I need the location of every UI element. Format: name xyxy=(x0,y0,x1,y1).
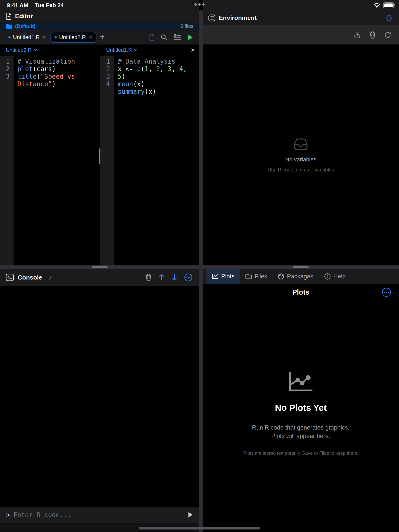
code-line[interactable]: 2x <- c(1, 2, 3, 4, xyxy=(100,65,199,73)
format-list-icon[interactable] xyxy=(173,34,181,41)
multitasking-handle-icon[interactable] xyxy=(195,3,204,6)
line-number xyxy=(100,88,114,95)
history-up-icon[interactable] xyxy=(159,274,165,281)
clear-environment-trash-icon[interactable] xyxy=(369,31,376,39)
list-icon xyxy=(208,14,215,21)
unsaved-dot xyxy=(55,36,57,38)
workspace-bar[interactable]: (Default) 0 files xyxy=(0,22,199,31)
no-plots-line2: Plots will appear here. xyxy=(271,433,330,439)
terminal-icon xyxy=(6,274,14,281)
code-text: Distance") xyxy=(13,80,56,88)
tab-files[interactable]: Files xyxy=(240,269,272,284)
editor-console-divider[interactable] xyxy=(0,266,199,269)
status-right xyxy=(374,0,394,10)
console-more-icon[interactable] xyxy=(184,273,192,281)
console-input[interactable]: > Enter R code... xyxy=(0,507,199,523)
line-number: 3 xyxy=(0,73,13,80)
console-placeholder: Enter R code... xyxy=(13,511,71,519)
new-tab-button[interactable]: + xyxy=(100,32,105,41)
code-line[interactable]: 35) xyxy=(100,73,199,80)
environment-panel: Environment ⚙ xyxy=(203,10,399,532)
close-tab-icon[interactable]: ✕ xyxy=(43,35,46,40)
run-icon[interactable] xyxy=(187,34,193,41)
pane-resize-handle[interactable] xyxy=(99,148,100,164)
console-output[interactable] xyxy=(0,286,199,507)
help-icon: ? xyxy=(324,273,331,280)
folder-icon xyxy=(6,24,12,29)
code-text: # Data Analysis xyxy=(114,58,175,65)
code-line[interactable]: 4mean(x) xyxy=(100,80,199,88)
editor-panel: Editor (Default) 0 files Untitled1.R ✕ U… xyxy=(0,10,199,532)
package-icon xyxy=(278,273,284,280)
code-line[interactable]: 2plot(cars) xyxy=(0,65,100,73)
line-chart-icon xyxy=(288,372,313,393)
chart-icon xyxy=(212,273,218,279)
environment-plots-divider[interactable] xyxy=(203,266,399,269)
environment-title: Environment xyxy=(219,14,257,21)
tab-label: Files xyxy=(255,273,267,280)
no-variables-title: No variables xyxy=(285,156,316,163)
svg-text:?: ? xyxy=(326,274,329,278)
line-number: 1 xyxy=(0,58,13,65)
tab-untitled2-active[interactable]: Untitled2.R ✕ xyxy=(51,32,97,43)
code-editor-untitled1[interactable]: 1# Data Analysis2x <- c(1, 2, 3, 4,35)4m… xyxy=(100,56,199,266)
code-text: x <- c(1, 2, 3, 4, xyxy=(114,65,187,73)
code-line[interactable]: 3title("Speed vs xyxy=(0,73,100,80)
tab-help[interactable]: ? Help xyxy=(319,269,351,284)
console-header: Console ~/ xyxy=(0,269,199,286)
environment-header: Environment ⚙ xyxy=(203,10,399,25)
plots-title: Plots xyxy=(292,288,309,296)
no-variables-subtitle: Run R code to create variables xyxy=(267,167,334,173)
tab-label: Untitled1.R xyxy=(13,34,40,40)
clear-console-trash-icon[interactable] xyxy=(145,274,152,281)
tab-packages[interactable]: Packages xyxy=(272,269,319,284)
line-number: 4 xyxy=(100,80,114,88)
editor-split: Untitled2.R 1# Visualization2plot(cars)3… xyxy=(0,44,199,266)
no-plots-note: Plots are stored temporarily. Save to Fi… xyxy=(243,450,358,456)
drag-pill[interactable] xyxy=(92,266,108,268)
drag-pill[interactable] xyxy=(293,266,309,268)
run-code-icon[interactable] xyxy=(188,512,193,518)
plots-more-icon[interactable] xyxy=(382,288,391,297)
code-text: 5) xyxy=(114,73,126,80)
chevron-down-icon xyxy=(134,49,137,51)
line-number: 2 xyxy=(0,65,13,73)
panel-split-divider[interactable] xyxy=(199,10,203,532)
line-number: 3 xyxy=(100,73,114,80)
workspace-name: (Default) xyxy=(15,23,35,29)
new-file-icon[interactable] xyxy=(149,34,154,41)
close-pane-icon[interactable]: ✕ xyxy=(191,47,195,53)
editor-actions xyxy=(149,34,195,41)
code-line[interactable]: 1# Data Analysis xyxy=(100,58,199,65)
history-down-icon[interactable] xyxy=(171,274,177,281)
pane-filename: Untitled2.R xyxy=(6,47,32,53)
console-prompt: > xyxy=(6,511,10,519)
panel-tab-bar: Plots Files Packages ? Help xyxy=(203,269,399,284)
pane-header-untitled1[interactable]: Untitled1.R ✕ xyxy=(100,44,199,56)
environment-body: No variables Run R code to create variab… xyxy=(203,44,399,266)
code-line[interactable]: 1# Visualization xyxy=(0,58,100,65)
editor-tab-bar: Untitled1.R ✕ Untitled2.R ✕ + xyxy=(0,31,199,44)
tab-label: Packages xyxy=(287,273,313,280)
pane-header-untitled2[interactable]: Untitled2.R xyxy=(0,44,100,56)
gear-icon[interactable]: ⚙ xyxy=(385,13,393,23)
code-text: plot(cars) xyxy=(13,65,56,73)
code-line[interactable]: summary(x) xyxy=(100,88,199,95)
tab-plots[interactable]: Plots xyxy=(206,269,240,284)
code-text: summary(x) xyxy=(114,88,156,95)
refresh-icon[interactable] xyxy=(384,32,391,38)
search-icon[interactable] xyxy=(161,34,167,41)
code-editor-untitled2[interactable]: 1# Visualization2plot(cars)3title("Speed… xyxy=(0,56,100,266)
tab-label: Help xyxy=(334,273,346,280)
line-number: 1 xyxy=(100,58,114,65)
app-root: 9:41 AM Tue Feb 24 xyxy=(0,0,399,532)
save-environment-icon[interactable] xyxy=(354,31,361,39)
battery-icon xyxy=(383,2,394,8)
line-number: 2 xyxy=(100,65,114,73)
code-line[interactable]: Distance") xyxy=(0,80,100,88)
tab-untitled1[interactable]: Untitled1.R ✕ xyxy=(4,32,51,43)
close-tab-icon[interactable]: ✕ xyxy=(89,35,92,40)
home-indicator[interactable] xyxy=(139,527,260,530)
wifi-icon xyxy=(374,3,380,8)
no-plots-line1: Run R code that generates graphics. xyxy=(252,424,350,431)
